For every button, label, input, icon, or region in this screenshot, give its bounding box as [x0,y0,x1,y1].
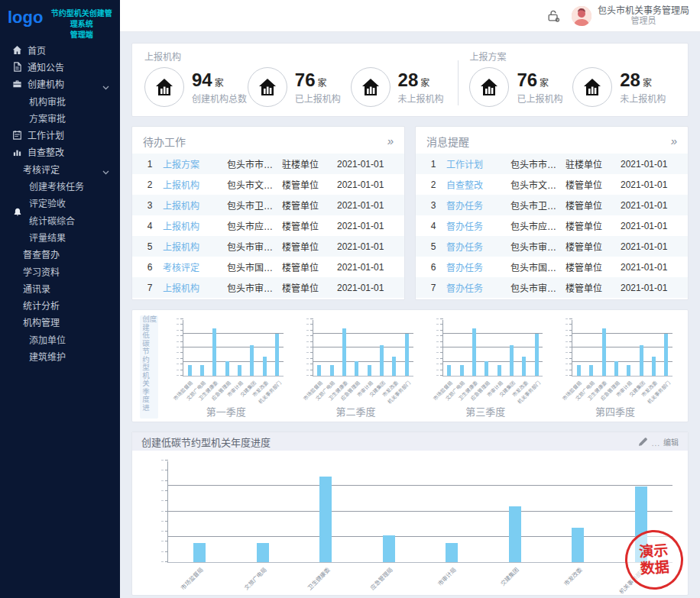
stamp-line2: 数据 [640,559,669,578]
sidebar-item-label: 方案审批 [29,112,66,124]
sidebar-item-机构管理[interactable]: 机构管理 [0,314,120,331]
sidebar-item-添加单位[interactable]: 添加单位 [0,331,120,347]
row-type-link[interactable]: 自查整改 [446,178,510,191]
todo-row: 4上报机构包头市应急管理局楼管单位2021-01-01 [132,215,404,236]
row-type-link[interactable]: 督办任务 [446,199,510,212]
edit-button[interactable]: ... 编辑 [637,436,679,448]
row-type-link[interactable]: 上报机构 [163,240,227,253]
row-unit-type: 驻楼单位 [566,157,621,170]
quarter-chart-1-plot [183,320,284,377]
row-type-link[interactable]: 工作计划 [446,157,510,170]
row-type-link[interactable]: 上报机构 [163,199,227,212]
bar [383,535,395,562]
row-type-link[interactable]: 上报机构 [163,281,227,294]
bar [200,365,204,376]
bar [188,365,192,376]
y-axis-tick-label [306,370,309,370]
y-axis-tick-label [306,318,309,319]
sidebar-item-工作计划[interactable]: 工作计划 [0,126,120,143]
row-type-link[interactable]: 上报方案 [163,157,227,170]
messages-title: 消息提醒 [426,134,469,149]
todo-row: 3上报机构包头市卫生健康委员会楼管单位2021-01-01 [132,195,404,215]
bar [319,477,332,562]
stamp-line1: 演示 [638,542,668,561]
row-date: 2021-01-01 [621,179,682,190]
y-axis-tick-label [566,358,568,359]
row-type-link[interactable]: 督办任务 [446,281,510,294]
row-org: 包头市应急管理局 [510,219,566,232]
row-index: 1 [137,159,163,170]
row-date: 2021-01-01 [337,241,398,252]
sidebar-item-创建机构[interactable]: 创建机构 [0,76,120,92]
row-type-link[interactable]: 上报机构 [163,219,227,232]
stats-group-上报方案: 上报方案76家已上报机构28家未上报机构 [469,50,676,112]
bar [572,528,584,562]
bar [497,365,501,376]
bar [380,345,384,376]
y-axis-tick [165,460,168,461]
chevron-down-icon [102,82,109,92]
todo-rows: 1上报方案包头市市场监督管理局驻楼单位2021-01-012上报机构包头市文化旅… [132,154,404,298]
messages-more-icon[interactable]: » [670,137,678,146]
user-block[interactable]: 包头市机关事务管理局 管理员 [598,5,689,26]
row-org: 包头市审计局 [510,240,566,253]
row-type-link[interactable]: 考核评定 [163,260,227,273]
sidebar-item-通讯录[interactable]: 通讯录 [0,280,120,296]
y-axis-tick-label [436,347,439,347]
stat-caption: 创建机构总数 [192,92,247,105]
todo-table-card: 待办工作»1上报方案包头市市场监督管理局驻楼单位2021-01-012上报机构包… [131,126,405,300]
row-index: 3 [137,200,163,211]
row-date: 2021-01-01 [337,179,398,190]
sidebar-item-评量结果[interactable]: 评量结果 [0,228,120,245]
pencil-icon [637,436,649,448]
messages-table-card: 消息提醒»1工作计划包头市市场监督管理局驻楼单位2021-01-012自查整改包… [415,126,689,300]
sidebar-item-评定验收[interactable]: 评定验收 [0,195,120,212]
y-axis-tick-label [161,561,164,562]
row-org: 包头市卫生健康委员会 [227,199,282,212]
y-axis-tick-label [177,352,179,353]
x-axis-label: 卫生健康委 [294,565,332,596]
messages-rows: 1工作计划包头市市场监督管理局驻楼单位2021-01-012自查整改包头市文化旅… [416,154,688,298]
bar [342,328,346,376]
sidebar-item-创建考核任务[interactable]: 创建考核任务 [0,177,120,194]
lock-icon[interactable] [546,8,562,24]
y-axis-tick-label [306,341,309,342]
sidebar-item-方案审批[interactable]: 方案审批 [0,109,120,126]
sidebar-item-label: 建筑维护 [29,350,66,363]
todo-more-icon[interactable]: » [387,137,394,146]
sidebar-item-机构审批[interactable]: 机构审批 [0,92,120,109]
row-index: 2 [137,179,163,190]
bar [212,328,216,376]
sidebar-item-考核评定[interactable]: 考核评定 [0,160,120,177]
sidebar-item-label: 机构审批 [29,95,66,108]
row-type-link[interactable]: 督办任务 [446,240,510,253]
sidebar-item-label: 统计碳综合 [29,214,75,227]
sidebar-item-督查督办[interactable]: 督查督办 [0,246,120,263]
y-axis-tick-label [177,370,179,370]
sidebar-item-建筑维护[interactable]: 建筑维护 [0,347,120,364]
sidebar-item-首页[interactable]: 首页 [0,41,120,58]
sidebar-item-自查整改[interactable]: 自查整改 [0,144,120,160]
stats-card: 上报机构94家创建机构总数76家已上报机构28家未上报机构上报方案76家已上报机… [131,43,689,117]
row-type-link[interactable]: 督办任务 [446,260,510,273]
annual-chart: 市场监督局文旅广电局卫生健康委应急管理局市审计局交建集团市发改委机关事务部门 [132,451,688,595]
sidebar-item-统计碳综合[interactable]: 统计碳综合 [0,212,120,228]
sidebar-item-学习资料[interactable]: 学习资料 [0,263,120,280]
avatar[interactable] [572,6,591,26]
quarter-charts: 市场监督局文旅广电局卫生健康委应急管理局市审计局交建集团市发改委机关事务部门第一… [161,315,680,419]
sidebar-item-统计分析[interactable]: 统计分析 [0,296,120,313]
quarter-chart-title: 第一季度 [161,404,291,419]
row-org: 包头市卫生健康委员会 [510,199,566,212]
y-axis-tick-label [161,511,164,512]
stat-item-已上报机构: 76家已上报机构 [248,67,351,107]
y-axis-tick [440,318,443,319]
row-type-link[interactable]: 督办任务 [446,219,510,232]
bar [460,365,464,376]
home-icon [12,45,22,55]
row-type-link[interactable]: 上报机构 [163,178,227,191]
row-unit-type: 楼管单位 [282,199,337,212]
system-title-line1: 节约型机关创建管理系统 [47,8,115,30]
logo-row: logo 节约型机关创建管理系统 管理端 [0,0,120,35]
sidebar-item-通知公告[interactable]: 通知公告 [0,58,120,75]
stat-value: 28 [398,69,419,91]
